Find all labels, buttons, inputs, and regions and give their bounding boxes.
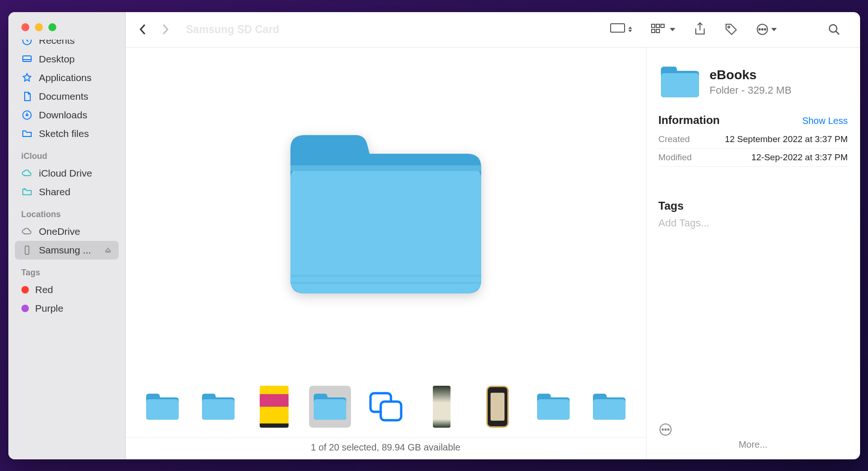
thumbnail-strip[interactable] <box>126 381 646 437</box>
thumb-item[interactable] <box>197 386 239 428</box>
svg-rect-9 <box>652 29 655 33</box>
device-icon <box>21 245 33 256</box>
sidebar-item-documents[interactable]: Documents <box>15 87 119 106</box>
tag-color-icon <box>21 286 29 294</box>
thumb-item[interactable] <box>532 386 574 428</box>
sidebar-label: Red <box>35 284 54 295</box>
svg-rect-10 <box>656 29 659 33</box>
close-button[interactable] <box>21 23 29 31</box>
svg-point-30 <box>662 429 663 430</box>
thumb-item[interactable] <box>477 386 518 428</box>
info-value: 12-Sep-2022 at 3:37 PM <box>751 152 848 163</box>
window-title: Samsung SD Card <box>186 23 280 36</box>
sidebar-label: Downloads <box>39 109 87 121</box>
svg-rect-4 <box>25 246 29 254</box>
sidebar-label: Applications <box>39 72 92 83</box>
sidebar-tag-purple[interactable]: Purple <box>15 299 119 318</box>
back-button[interactable] <box>139 23 147 35</box>
info-panel: eBooks Folder - 329.2 MB Information Sho… <box>646 48 860 459</box>
share-button[interactable] <box>687 19 713 40</box>
sidebar-label: Purple <box>35 303 64 314</box>
thumb-item[interactable] <box>365 386 407 428</box>
gallery-area: 1 of 20 selected, 89.94 GB available <box>126 48 646 459</box>
more-actions[interactable]: More... <box>659 423 848 450</box>
folder-icon <box>659 64 701 100</box>
preview-pane <box>126 48 646 381</box>
svg-rect-18 <box>290 165 481 171</box>
sidebar-item-applications[interactable]: Applications <box>15 68 119 87</box>
svg-rect-20 <box>290 282 481 284</box>
info-value: 12 September 2022 at 3:37 PM <box>725 134 848 144</box>
sidebar-item-samsung[interactable]: Samsung ... <box>15 241 119 259</box>
forward-button[interactable] <box>161 23 169 35</box>
info-row-modified: Modified 12-Sep-2022 at 3:37 PM <box>659 149 848 167</box>
svg-rect-5 <box>611 24 625 32</box>
svg-rect-21 <box>146 399 179 420</box>
info-section-title: Information <box>659 114 720 127</box>
svg-point-15 <box>764 29 766 30</box>
nav-arrows <box>139 23 169 35</box>
finder-window: Recents Desktop Applications Documents D… <box>8 12 860 459</box>
status-bar: 1 of 20 selected, 89.94 GB available <box>126 437 646 459</box>
svg-rect-7 <box>656 24 659 27</box>
sidebar-item-onedrive[interactable]: OneDrive <box>15 222 119 241</box>
thumb-item[interactable] <box>588 386 630 428</box>
thumb-item-selected[interactable] <box>309 386 351 428</box>
svg-point-16 <box>829 25 837 32</box>
add-tags-field[interactable]: Add Tags... <box>659 217 848 229</box>
actions-button[interactable] <box>749 20 784 39</box>
thumb-item[interactable] <box>421 386 463 428</box>
info-label: Modified <box>659 152 692 163</box>
sidebar-item-shared[interactable]: Shared <box>15 183 119 201</box>
sidebar-label: Sketch files <box>39 128 89 139</box>
show-less-button[interactable]: Show Less <box>802 116 848 126</box>
info-row-created: Created 12 September 2022 at 3:37 PM <box>659 130 848 149</box>
svg-rect-8 <box>661 24 664 27</box>
search-button[interactable] <box>821 20 847 39</box>
svg-point-11 <box>728 26 730 28</box>
fullscreen-button[interactable] <box>48 23 56 31</box>
svg-point-32 <box>667 429 669 430</box>
svg-rect-17 <box>290 165 481 294</box>
svg-point-3 <box>24 188 26 190</box>
view-gallery-button[interactable] <box>603 20 639 39</box>
tags-button[interactable] <box>718 20 745 39</box>
sidebar-item-icloud-drive[interactable]: iCloud Drive <box>15 164 119 183</box>
svg-rect-6 <box>652 24 655 27</box>
sidebar-label: iCloud Drive <box>39 168 92 179</box>
sidebar-item-desktop[interactable]: Desktop <box>15 50 119 68</box>
thumb-item[interactable] <box>141 386 183 428</box>
svg-rect-22 <box>202 399 235 420</box>
svg-point-14 <box>761 29 763 30</box>
sidebar-label: Desktop <box>39 54 75 65</box>
sidebar-label: Recents <box>39 40 75 46</box>
svg-rect-28 <box>661 73 699 97</box>
thumb-item[interactable] <box>253 386 295 428</box>
minimize-button[interactable] <box>35 23 43 31</box>
ellipsis-icon <box>659 423 848 437</box>
toolbar: Samsung SD Card <box>126 12 860 48</box>
window-controls <box>8 12 125 40</box>
sidebar-label: OneDrive <box>39 226 81 237</box>
section-icloud: iCloud <box>15 143 119 164</box>
section-locations: Locations <box>15 201 119 222</box>
sidebar-item-recents[interactable]: Recents <box>15 40 119 50</box>
eject-icon[interactable] <box>104 246 112 254</box>
info-label: Created <box>659 134 690 144</box>
group-button[interactable] <box>644 20 682 39</box>
desktop-icon <box>21 54 33 65</box>
svg-rect-23 <box>314 399 346 420</box>
apps-icon <box>21 72 33 83</box>
sidebar-item-downloads[interactable]: Downloads <box>15 106 119 124</box>
info-name: eBooks <box>710 68 792 82</box>
folder-icon <box>21 128 33 139</box>
content-row: 1 of 20 selected, 89.94 GB available eBo… <box>126 48 860 459</box>
sidebar-item-sketch[interactable]: Sketch files <box>15 124 119 143</box>
folder-preview-icon <box>281 126 491 303</box>
tags-section-title: Tags <box>659 199 848 212</box>
more-label: More... <box>659 439 848 450</box>
clock-icon <box>21 40 33 46</box>
svg-point-13 <box>759 29 760 30</box>
document-icon <box>21 91 33 102</box>
sidebar-tag-red[interactable]: Red <box>15 280 119 299</box>
